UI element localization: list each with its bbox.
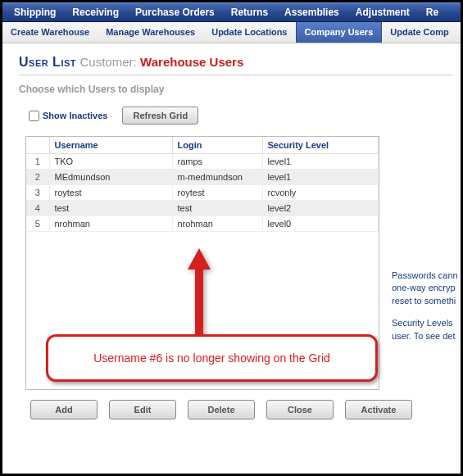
annotation-callout: Username #6 is no longer showing on the … — [46, 334, 378, 382]
menu-more[interactable]: Re — [418, 7, 447, 18]
subtab-strip: Create Warehouse Manage Warehouses Updat… — [2, 22, 461, 43]
cell-rownum: 2 — [26, 170, 49, 185]
cell-login: roytest — [172, 185, 262, 201]
col-username[interactable]: Username — [49, 137, 172, 154]
col-rownum[interactable] — [26, 137, 49, 154]
annotation-text: Username #6 is no longer showing on the … — [93, 351, 330, 365]
menu-shipping[interactable]: Shipping — [6, 7, 64, 18]
tab-company-users[interactable]: Company Users — [296, 22, 383, 43]
tab-update-locations[interactable]: Update Locations — [203, 22, 295, 43]
main-menubar: Shipping Receiving Purchase Orders Retur… — [2, 2, 461, 22]
menu-returns[interactable]: Returns — [223, 7, 276, 18]
show-inactives-checkbox[interactable] — [29, 111, 39, 121]
side-help-text: Passwords cann one-way encryp reset to s… — [392, 270, 463, 352]
cell-username: MEdmundson — [49, 170, 172, 185]
table-row[interactable]: 1TKOrampslevel1 — [26, 154, 379, 170]
show-inactives-text: Show Inactives — [43, 111, 107, 120]
cell-login: ramps — [172, 154, 262, 170]
col-login[interactable]: Login — [172, 137, 262, 154]
table-row[interactable]: 2MEdmundsonm-medmundsonlevel1 — [26, 170, 379, 185]
menu-purchase-orders[interactable]: Purchase Orders — [127, 7, 223, 18]
cell-rownum: 1 — [26, 154, 49, 170]
cell-login: test — [172, 201, 262, 216]
edit-button[interactable]: Edit — [109, 400, 176, 419]
side-p1: Passwords cann one-way encryp reset to s… — [392, 270, 463, 307]
page-title: User List Customer: Warehouse Users — [19, 55, 452, 75]
cell-security: rcvonly — [262, 185, 379, 201]
cell-security: level0 — [262, 216, 379, 232]
cell-username: test — [49, 201, 172, 216]
title-userlist: User List — [19, 55, 76, 69]
tab-manage-warehouses[interactable]: Manage Warehouses — [98, 22, 203, 43]
refresh-grid-button[interactable]: Refresh Grid — [122, 107, 198, 125]
cell-rownum: 5 — [26, 216, 49, 232]
col-security[interactable]: Security Level — [262, 137, 379, 154]
cell-username: TKO — [49, 154, 172, 170]
add-button[interactable]: Add — [30, 400, 98, 419]
close-button[interactable]: Close — [266, 400, 334, 419]
title-customer-label: Customer: — [79, 55, 136, 69]
delete-button[interactable]: Delete — [188, 400, 255, 419]
cell-username: nrohman — [49, 216, 172, 232]
annotation-arrow-icon — [183, 248, 216, 345]
table-row[interactable]: 5nrohmannrohmanlevel0 — [26, 216, 379, 232]
choose-label: Choose which Users to display — [19, 84, 452, 95]
menu-receiving[interactable]: Receiving — [64, 7, 127, 18]
menu-assemblies[interactable]: Assemblies — [276, 7, 347, 18]
cell-security: level1 — [262, 170, 379, 185]
cell-security: level2 — [262, 201, 379, 216]
menu-adjustment[interactable]: Adjustment — [347, 7, 418, 18]
table-row[interactable]: 4testtestlevel2 — [26, 201, 379, 216]
cell-rownum: 4 — [26, 201, 49, 216]
cell-login: m-medmundson — [172, 170, 262, 185]
table-row[interactable]: 3roytestroytestrcvonly — [26, 185, 379, 201]
tab-create-warehouse[interactable]: Create Warehouse — [2, 22, 98, 43]
title-customer-value: Warehouse Users — [140, 55, 243, 69]
tab-update-comp[interactable]: Update Comp — [382, 22, 457, 43]
svg-marker-0 — [188, 248, 211, 345]
cell-username: roytest — [49, 185, 172, 201]
cell-rownum: 3 — [26, 185, 49, 201]
cell-login: nrohman — [172, 216, 262, 232]
show-inactives-label[interactable]: Show Inactives — [29, 111, 107, 121]
activate-button[interactable]: Activate — [345, 400, 412, 419]
cell-security: level1 — [262, 154, 379, 170]
side-p2: Security Levels user. To see det — [392, 317, 463, 342]
